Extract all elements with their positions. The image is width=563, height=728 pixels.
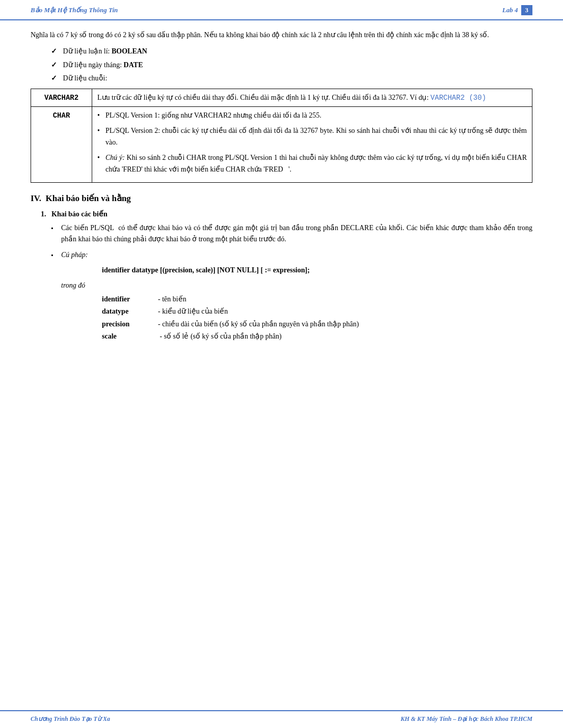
table-row-char: CHAR PL/SQL Version 1: giống như VARCHAR… bbox=[31, 106, 532, 182]
header-lab: Lab 4 bbox=[502, 6, 518, 14]
footer-right: KH & KT Máy Tính – Đại học Bách Khoa TP.… bbox=[400, 715, 532, 723]
syntax-block: identifier datatype [(precision, scale)]… bbox=[102, 265, 532, 276]
footer-left: Chương Trình Đào Tạo Từ Xa bbox=[31, 715, 110, 723]
check-item-1: Dữ liệu ngày tháng: DATE bbox=[51, 60, 532, 71]
main-content: Nghĩa là có 7 ký số trong đó có 2 ký số … bbox=[0, 30, 563, 387]
char-bullet-1: PL/SQL Version 1: giống như VARCHAR2 như… bbox=[97, 110, 527, 121]
syntax-line: identifier datatype [(precision, scale)]… bbox=[102, 265, 532, 276]
subsection-1-heading: 1. Khai báo các biến bbox=[41, 210, 532, 218]
intro-text: Nghĩa là có 7 ký số trong đó có 2 ký số … bbox=[31, 31, 489, 39]
check-item-2-text: Dữ liệu chuỗi: bbox=[63, 74, 108, 82]
check-item-0-prefix: Dữ liệu luận lí: bbox=[63, 47, 112, 55]
header-title: Bảo Mật Hệ Thống Thông Tin bbox=[31, 6, 118, 14]
def-row-identifier: identifier - tên biến bbox=[102, 294, 532, 305]
header-page: 3 bbox=[521, 5, 533, 15]
def-term-datatype: datatype bbox=[102, 306, 158, 317]
def-table: identifier - tên biến datatype - kiểu dữ… bbox=[102, 294, 532, 343]
def-term-precision: precision bbox=[102, 319, 158, 330]
section-iv-heading: IV. Khai báo biến và hằng bbox=[31, 193, 532, 204]
def-row-precision: precision - chiều dài của biến (số ký số… bbox=[102, 319, 532, 330]
check-item-0: Dữ liệu luận lí: BOOLEAN bbox=[51, 46, 532, 57]
trong-do-label: trong đó bbox=[61, 280, 532, 291]
char-label: CHAR bbox=[31, 106, 92, 182]
char-bullet-3: Chú ý: Khi so sánh 2 chuỗi CHAR trong PL… bbox=[97, 152, 527, 175]
check-item-1-prefix: Dữ liệu ngày tháng: bbox=[63, 61, 124, 69]
chu-y-label: Chú ý: bbox=[105, 154, 125, 161]
square-item-1: Các biến PL/SQL có thể được khai báo và … bbox=[51, 222, 532, 245]
def-desc-scale: - số số lẻ (số ký số của phần thập phân) bbox=[158, 331, 532, 342]
def-desc-precision: - chiều dài của biến (số ký số của phần … bbox=[158, 319, 532, 330]
char-bullet-2: PL/SQL Version 2: chuỗi các ký tự chiều … bbox=[97, 125, 527, 148]
varchar2-label: VARCHAR2 bbox=[31, 89, 92, 106]
check-item-0-bold: BOOLEAN bbox=[112, 47, 147, 55]
def-desc-identifier: - tên biến bbox=[158, 294, 532, 305]
check-item-1-bold: DATE bbox=[124, 61, 143, 69]
table-row-varchar2: VARCHAR2 Lưu trữ các dữ liệu ký tự có ch… bbox=[31, 89, 532, 106]
page-header: Bảo Mật Hệ Thống Thông Tin Lab 4 3 bbox=[0, 0, 563, 20]
page-footer: Chương Trình Đào Tạo Từ Xa KH & KT Máy T… bbox=[0, 710, 563, 728]
data-type-table: VARCHAR2 Lưu trữ các dữ liệu ký tự có ch… bbox=[31, 89, 532, 183]
check-item-2: Dữ liệu chuỗi: bbox=[51, 73, 532, 84]
char-bullet-list: PL/SQL Version 1: giống như VARCHAR2 như… bbox=[97, 110, 527, 175]
def-term-scale: scale bbox=[102, 331, 158, 342]
def-row-scale: scale - số số lẻ (số ký số của phần thập… bbox=[102, 331, 532, 342]
varchar2-example: VARCHAR2 (30) bbox=[431, 94, 486, 102]
char-desc: PL/SQL Version 1: giống như VARCHAR2 như… bbox=[92, 106, 532, 182]
page: Bảo Mật Hệ Thống Thông Tin Lab 4 3 Nghĩa… bbox=[0, 0, 563, 728]
def-row-datatype: datatype - kiểu dữ liệu của biến bbox=[102, 306, 532, 317]
square-item-2: Cú pháp: identifier datatype [(precision… bbox=[51, 249, 532, 343]
square-list: Các biến PL/SQL có thể được khai báo và … bbox=[51, 222, 532, 343]
def-desc-datatype: - kiểu dữ liệu của biến bbox=[158, 306, 532, 317]
section-iv-title: IV. Khai báo biến và hằng bbox=[31, 193, 131, 203]
varchar2-desc: Lưu trữ các dữ liệu ký tự có chiều dài t… bbox=[92, 89, 532, 106]
subsection-1-title: 1. Khai báo các biến bbox=[41, 210, 108, 218]
header-right: Lab 4 3 bbox=[502, 5, 532, 15]
check-list: Dữ liệu luận lí: BOOLEAN Dữ liệu ngày th… bbox=[51, 46, 532, 84]
intro-para: Nghĩa là có 7 ký số trong đó có 2 ký số … bbox=[31, 30, 532, 41]
cu-phap-label: Cú pháp: bbox=[61, 251, 88, 259]
def-term-identifier: identifier bbox=[102, 294, 158, 305]
